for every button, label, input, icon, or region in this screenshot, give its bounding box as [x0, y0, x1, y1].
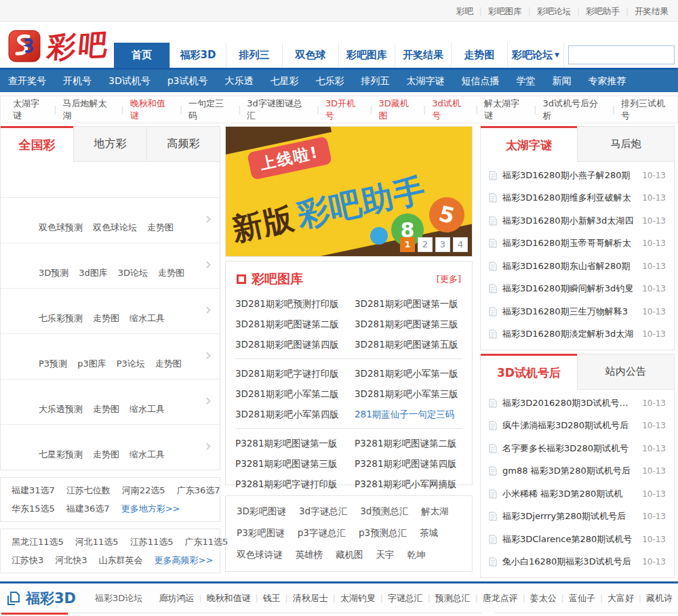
list-item[interactable]: 福彩3D16280期小燕子解280期10-13: [489, 164, 666, 187]
topbar-link[interactable]: 彩吧助手: [586, 6, 620, 16]
center-link[interactable]: P3彩吧图谜: [237, 522, 285, 543]
center-link[interactable]: 3D彩吧图谜: [237, 500, 286, 522]
center-link[interactable]: 藏机图: [336, 543, 363, 565]
subnav-link[interactable]: 专家推荐: [588, 75, 626, 87]
section-forum-link[interactable]: 福彩3D论坛: [95, 592, 142, 604]
tuku-item[interactable]: 3D281期彩吧字谜打印版: [235, 363, 355, 384]
tuku-item[interactable]: P3281期彩吧字谜打印版: [235, 474, 355, 494]
tuku-item[interactable]: 3D281期彩吧图谜第一版: [355, 293, 462, 314]
center-link[interactable]: 乾坤: [407, 543, 426, 565]
banner-page-dot[interactable]: 4: [453, 237, 468, 252]
list-item-title[interactable]: 福彩3D16280期淡定解析3d太湖: [502, 328, 637, 340]
quick-link[interactable]: 马后炮解太湖: [62, 98, 115, 122]
quick-block-link[interactable]: 广东36选7: [177, 481, 220, 499]
banner-page-dot[interactable]: 3: [435, 237, 450, 252]
nav-tab[interactable]: 彩吧图库: [338, 43, 395, 68]
list-item[interactable]: 福彩3D16280期小新解3d太湖四10-13: [489, 209, 666, 232]
topbar-link[interactable]: 开奖结果: [635, 6, 669, 16]
lottery-row-link[interactable]: 缩水工具: [129, 312, 165, 325]
quick-link[interactable]: 3D开机号: [325, 98, 364, 122]
nav-tab[interactable]: 双色球: [282, 43, 338, 68]
list-item-title[interactable]: 福彩3D16280期瞬间解析3d钓叟: [502, 283, 637, 295]
list-item[interactable]: 名字要多长福彩3D280期试机号10-13: [489, 437, 666, 460]
footer-link[interactable]: 大富好: [607, 592, 634, 604]
list-item-title[interactable]: 小米稀稀 福彩3D第280期试机: [502, 488, 637, 500]
more-link[interactable]: 更多地方彩>>: [121, 499, 180, 518]
nav-tab[interactable]: 走势图: [451, 43, 507, 68]
quick-link[interactable]: 太湖字谜: [13, 98, 47, 122]
subnav-link[interactable]: 大乐透: [224, 75, 253, 87]
footer-link[interactable]: 预测总汇: [435, 592, 471, 604]
nav-tab[interactable]: 彩吧论坛▼: [507, 43, 564, 68]
list-item[interactable]: 小米稀稀 福彩3D第280期试机10-13: [489, 482, 666, 506]
center-link[interactable]: 解太湖: [421, 500, 449, 522]
center-link[interactable]: 双色球诗谜: [237, 543, 283, 565]
tuku-item[interactable]: P3281期彩吧小军网摘版: [355, 474, 462, 494]
tuku-item[interactable]: P3281期彩吧图谜第二版: [355, 433, 462, 453]
tuku-item[interactable]: 3D281期彩吧小军第四版: [235, 404, 355, 424]
quick-block-link[interactable]: 江苏七位数: [66, 481, 111, 499]
lottery-row-link[interactable]: 走势图: [155, 358, 182, 370]
topbar-link[interactable]: 彩吧论坛: [537, 6, 571, 16]
quick-link[interactable]: 排列三试机号: [621, 98, 673, 122]
center-link[interactable]: 3d预测总汇: [360, 500, 408, 522]
nav-tab[interactable]: 福彩3D: [170, 43, 226, 68]
topbar-link[interactable]: 彩吧: [456, 6, 473, 16]
lottery-row-link[interactable]: 双色球论坛: [93, 222, 137, 234]
list-item[interactable]: 福彩3Djerrry第280期试机号后10-13: [489, 506, 666, 529]
lottery-row-link[interactable]: 走势图: [147, 222, 174, 234]
lottery-row-link[interactable]: 3d图库: [79, 267, 108, 279]
footer-link[interactable]: 字谜总汇: [388, 592, 423, 604]
list-item-title[interactable]: 福彩3D16280期三生万物解释3: [502, 306, 637, 318]
center-link[interactable]: p3预测总汇: [359, 522, 407, 543]
right-box-tab[interactable]: 3D试机号后: [481, 354, 577, 390]
footer-link[interactable]: 姜太公: [530, 592, 557, 604]
subnav-link[interactable]: 学堂: [516, 75, 535, 87]
center-link[interactable]: 英雄榜: [296, 543, 323, 565]
list-item[interactable]: 福彩3DClarence第280期试机号10-13: [489, 528, 666, 551]
lottery-row-link[interactable]: 3D论坛: [118, 267, 148, 279]
list-item-title[interactable]: 福彩3D16280期维多利亚破解太: [502, 192, 637, 204]
lottery-row-link[interactable]: 走势图: [93, 403, 119, 415]
subnav-link[interactable]: 新闻: [552, 75, 571, 87]
footer-link[interactable]: 钱王: [263, 592, 281, 604]
list-item-title[interactable]: 兔小白16280期福彩3D试机号后: [502, 556, 637, 568]
tuku-item[interactable]: P3281期彩吧图谜第一版: [235, 433, 355, 453]
subnav-link[interactable]: 开机号: [63, 75, 92, 87]
promo-banner[interactable]: 上线啦! 新版 彩吧助手 8 5 1234: [225, 126, 473, 257]
tuku-item[interactable]: P3281期彩吧图谜第四版: [355, 453, 462, 474]
subnav-link[interactable]: 七星彩: [270, 75, 298, 87]
subnav-link[interactable]: 太湖字谜: [406, 75, 444, 87]
tuku-item[interactable]: 3D281期彩吧图谜第二版: [235, 314, 355, 334]
center-link[interactable]: p3字谜总汇: [298, 522, 346, 543]
right-box-tab[interactable]: 太湖字谜: [481, 126, 577, 162]
quick-block-link[interactable]: 黑龙江11选5: [12, 533, 64, 551]
quick-block-link[interactable]: 山东群英会: [99, 551, 143, 569]
quick-link[interactable]: 解太湖字谜: [484, 98, 527, 122]
tuku-item[interactable]: 3D281期彩吧预测打印版: [235, 293, 355, 314]
footer-link[interactable]: 清秋居士: [293, 592, 328, 604]
list-item[interactable]: 福彩3D16280期东山省解280期10-13: [489, 255, 666, 278]
lottery-row-link[interactable]: 七星彩预测: [39, 449, 83, 461]
left-panel-tab[interactable]: 高频彩: [146, 126, 220, 162]
quick-block-link[interactable]: 江苏11选5: [130, 533, 174, 551]
list-item-title[interactable]: 福彩3DClarence第280期试机号: [502, 533, 637, 546]
list-item[interactable]: 福彩3D16280期三生万物解释310-13: [489, 300, 666, 323]
quick-link[interactable]: 3d试机号后分析: [542, 98, 605, 122]
subnav-link[interactable]: 查开奖号: [8, 75, 46, 87]
tuku-item[interactable]: 3D281期彩吧小军第三版: [355, 384, 462, 404]
tuku-item[interactable]: 3D281期彩吧小军第一版: [355, 363, 462, 384]
tuku-item[interactable]: 3D281期彩吧图谜第四版: [235, 334, 355, 354]
more-link[interactable]: 更多高频彩>>: [155, 551, 214, 569]
left-panel-tab[interactable]: 地方彩: [73, 126, 146, 162]
list-item-title[interactable]: 福彩3D16280期小燕子解280期: [502, 169, 637, 182]
list-item[interactable]: 兔小白16280期福彩3D试机号后10-13: [489, 551, 666, 574]
lottery-row-link[interactable]: 大乐透预测: [39, 403, 83, 415]
tuku-item[interactable]: 3D281期彩吧小军第二版: [235, 384, 355, 404]
banner-page-dot[interactable]: 1: [400, 237, 415, 252]
footer-link[interactable]: 太湖钓叟: [340, 592, 376, 604]
right-box-tab[interactable]: 马后炮: [577, 126, 674, 162]
lottery-row-link[interactable]: 双色球预测: [39, 222, 83, 234]
lottery-row-link[interactable]: 走势图: [158, 267, 184, 279]
quick-block-link[interactable]: 江苏快3: [12, 551, 43, 569]
